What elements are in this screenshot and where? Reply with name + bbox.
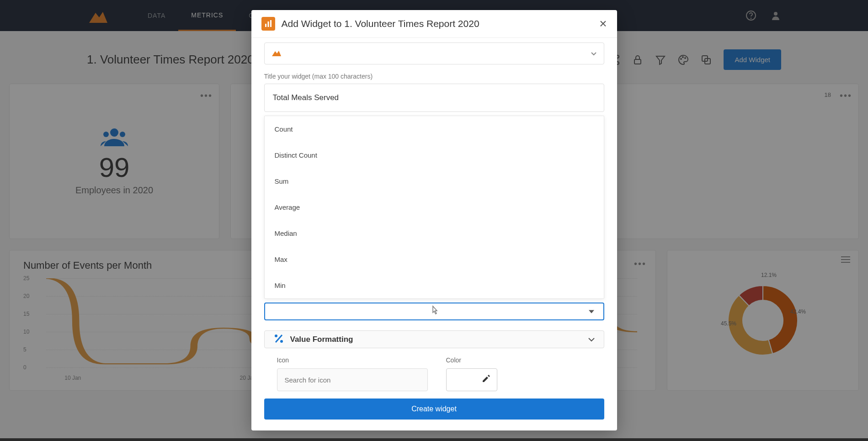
- aggregate-select[interactable]: [264, 303, 604, 320]
- cursor-icon: [430, 305, 438, 318]
- icon-label: Icon: [277, 356, 428, 364]
- chevron-down-icon: [588, 335, 595, 344]
- close-icon[interactable]: ×: [599, 16, 607, 31]
- modal-header: Add Widget to 1. Volunteer Times Report …: [251, 10, 617, 38]
- modal-title: Add Widget to 1. Volunteer Times Report …: [282, 18, 593, 29]
- svg-point-26: [275, 335, 277, 337]
- dropdown-item-min[interactable]: Min: [265, 272, 604, 298]
- dropdown-item-max[interactable]: Max: [265, 246, 604, 272]
- svg-rect-23: [267, 21, 269, 27]
- svg-rect-22: [265, 24, 266, 27]
- icon-search-input[interactable]: [277, 368, 428, 391]
- title-field-label: Title your widget (max 100 characters): [264, 73, 604, 80]
- source-dropdown[interactable]: [264, 43, 604, 64]
- color-label: Color: [446, 356, 497, 364]
- dropdown-item-distinct-count[interactable]: Distinct Count: [265, 142, 604, 168]
- aggregate-dropdown-list: CountDistinct CountSumAverageMedianMaxMi…: [264, 116, 604, 299]
- svg-rect-24: [270, 20, 272, 27]
- modal-overlay: Add Widget to 1. Volunteer Times Report …: [0, 0, 868, 441]
- chevron-down-icon: [591, 49, 596, 58]
- widget-title-input[interactable]: [264, 84, 604, 112]
- eyedropper-icon: [481, 374, 490, 385]
- bar-chart-icon: [261, 17, 275, 31]
- percent-icon: [274, 334, 284, 345]
- dropdown-item-median[interactable]: Median: [265, 220, 604, 246]
- dropdown-item-average[interactable]: Average: [265, 194, 604, 220]
- svg-marker-25: [272, 51, 281, 56]
- add-widget-modal: Add Widget to 1. Volunteer Times Report …: [251, 10, 617, 430]
- value-formatting-label: Value Formatting: [290, 335, 582, 344]
- dropdown-item-count[interactable]: Count: [265, 116, 604, 142]
- brand-small-icon: [272, 49, 281, 58]
- create-widget-button[interactable]: Create widget: [264, 398, 604, 420]
- color-picker[interactable]: [446, 368, 497, 391]
- value-formatting-section[interactable]: Value Formatting: [264, 330, 604, 348]
- dropdown-item-sum[interactable]: Sum: [265, 168, 604, 194]
- bottom-edge: [0, 438, 868, 441]
- svg-point-27: [280, 340, 283, 343]
